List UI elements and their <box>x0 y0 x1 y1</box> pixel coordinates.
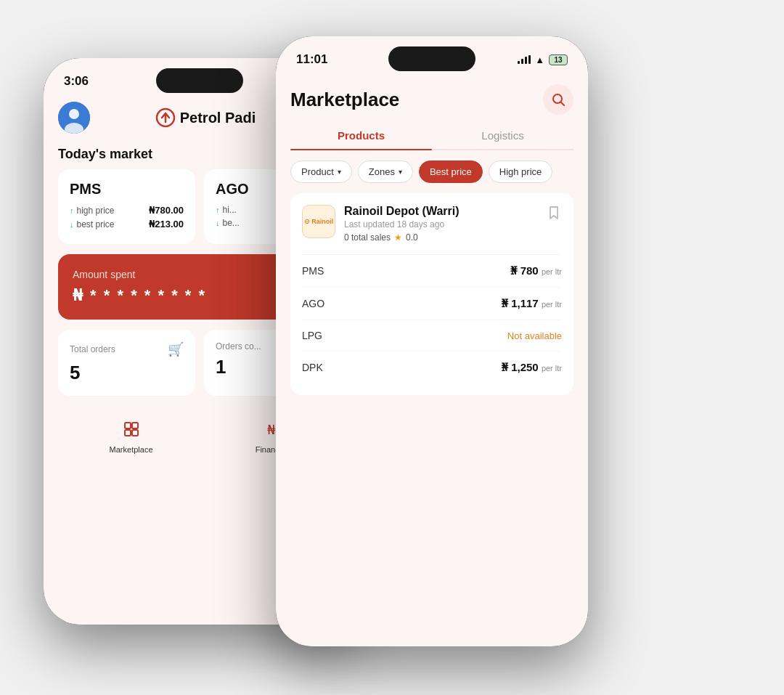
marketplace-title: Marketplace <box>290 89 399 111</box>
price-item-dpk: DPK ₦ 1,250 per ltr <box>302 351 562 383</box>
pms-best-label: ↓ best price <box>70 219 115 229</box>
bookmark-icon[interactable] <box>546 205 562 224</box>
tab-bar: Products Logistics <box>290 122 573 150</box>
pms-high-label: ↑ high price <box>70 206 115 216</box>
avatar[interactable] <box>58 102 90 134</box>
fuel-price-dpk: ₦ 1,250 per ltr <box>501 361 562 374</box>
marketplace-header: Marketplace <box>276 73 588 122</box>
chevron-down-icon-2: ▾ <box>399 168 402 176</box>
star-icon: ★ <box>394 232 402 243</box>
nav-marketplace[interactable]: Marketplace <box>110 420 153 454</box>
marketplace-nav-label: Marketplace <box>110 445 153 454</box>
price-item-ago: AGO ₦ 1,117 per ltr <box>302 288 562 320</box>
price-item-pms: PMS ₦ 780 per ltr <box>302 255 562 288</box>
depot-last-updated: Last updated 18 days ago <box>344 219 546 229</box>
logo-icon <box>155 107 176 128</box>
arrow-up-icon: ↑ <box>70 206 74 215</box>
svg-rect-5 <box>132 423 138 428</box>
fuel-label-ago: AGO <box>302 298 324 309</box>
status-time-1: 3:06 <box>64 74 89 89</box>
status-time-2: 11:01 <box>296 52 327 67</box>
fuel-price-lpg: Not available <box>507 330 562 341</box>
price-list: PMS ₦ 780 per ltr AGO ₦ 1,117 per ltr LP… <box>302 254 562 383</box>
total-orders-label: Total orders 🛒 <box>70 341 184 357</box>
filter-row: Product ▾ Zones ▾ Best price High price <box>276 150 588 193</box>
filter-high-price[interactable]: High price <box>489 160 553 183</box>
dynamic-island-1 <box>156 68 243 93</box>
fuel-label-dpk: DPK <box>302 362 323 373</box>
filter-product[interactable]: Product ▾ <box>290 160 352 183</box>
wifi-icon-2: ▲ <box>535 54 544 65</box>
ago-best-label: ↓ be... <box>216 218 240 228</box>
depot-name: Rainoil Depot (Warri) <box>344 205 546 218</box>
depot-card: ⊙ Rainoil Rainoil Depot (Warri) Last upd… <box>290 193 573 395</box>
fuel-price-ago: ₦ 1,117 per ltr <box>501 297 562 310</box>
arrow-up-icon-2: ↑ <box>216 206 220 214</box>
cart-icon: 🛒 <box>168 341 184 357</box>
fuel-label-lpg: LPG <box>302 330 322 341</box>
depot-info: Rainoil Depot (Warri) Last updated 18 da… <box>335 205 546 243</box>
ago-high-label: ↑ hi... <box>216 205 237 215</box>
pms-title: PMS <box>70 181 184 198</box>
svg-point-9 <box>553 94 562 103</box>
arrow-down-icon: ↓ <box>70 220 74 229</box>
depot-rating: 0 total sales ★ 0.0 <box>344 232 546 243</box>
fuel-price-pms: ₦ 780 per ltr <box>510 264 562 277</box>
chevron-down-icon: ▾ <box>338 168 341 176</box>
total-orders-value: 5 <box>70 362 184 384</box>
app-logo: Petrol Padi <box>155 107 256 128</box>
svg-rect-6 <box>125 430 131 436</box>
pms-card: PMS ↑ high price ₦780.00 ↓ best price ₦2… <box>58 169 195 244</box>
fuel-label-pms: PMS <box>302 265 324 277</box>
svg-text:₦: ₦ <box>267 423 276 437</box>
pms-high-price: ₦780.00 <box>149 205 184 216</box>
battery-icon-2: 13 <box>549 54 568 65</box>
filter-zones[interactable]: Zones ▾ <box>358 160 413 183</box>
phone-2: 11:01 ▲ 13 Marketplace <box>276 36 588 646</box>
signal-icon-2 <box>518 55 531 64</box>
dynamic-island-2 <box>388 46 475 71</box>
svg-rect-4 <box>125 423 131 428</box>
search-button[interactable] <box>543 84 573 115</box>
status-icons-2: ▲ 13 <box>518 54 568 65</box>
pms-high-row: ↑ high price ₦780.00 <box>70 205 184 216</box>
marketplace-nav-icon <box>123 420 140 442</box>
tab-products[interactable]: Products <box>290 122 432 149</box>
total-orders-card: Total orders 🛒 5 <box>58 330 195 396</box>
pms-best-price: ₦213.00 <box>149 219 184 229</box>
price-item-lpg: LPG Not available <box>302 320 562 351</box>
pms-best-row: ↓ best price ₦213.00 <box>70 219 184 229</box>
svg-point-1 <box>69 109 79 119</box>
depot-logo: ⊙ Rainoil <box>302 205 335 238</box>
tab-logistics[interactable]: Logistics <box>432 122 573 149</box>
depot-header: ⊙ Rainoil Rainoil Depot (Warri) Last upd… <box>302 205 562 243</box>
filter-best-price[interactable]: Best price <box>419 160 483 183</box>
arrow-down-icon-2: ↓ <box>216 219 220 227</box>
svg-rect-7 <box>132 430 138 436</box>
